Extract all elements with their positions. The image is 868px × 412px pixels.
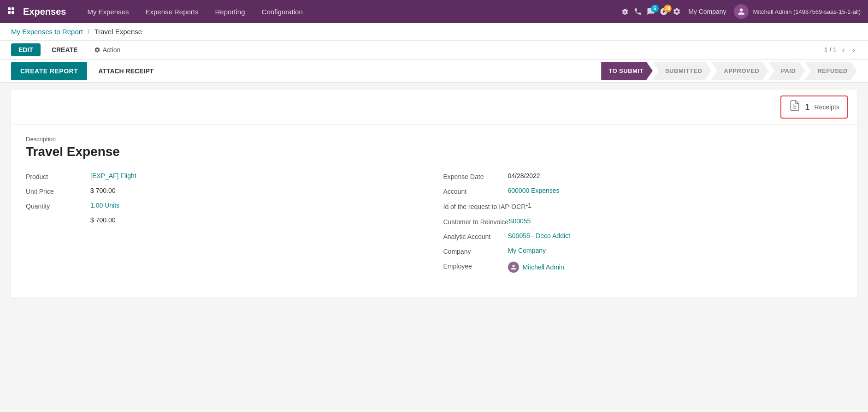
receipts-label: Receipts xyxy=(815,103,839,111)
quantity-label: Quantity xyxy=(26,202,90,210)
iap-ocr-value: -1 xyxy=(526,202,531,209)
status-bar: CREATE REPORT ATTACH RECEIPT TO SUBMIT S… xyxy=(0,60,868,83)
menu-expense-reports[interactable]: Expense Reports xyxy=(137,0,207,23)
breadcrumb: My Expenses to Report / Travel Expense xyxy=(0,23,868,41)
form-content: Description Travel Expense Product [EXP_… xyxy=(11,125,857,298)
stage-to-submit[interactable]: TO SUBMIT xyxy=(601,62,653,80)
receipt-doc-icon xyxy=(789,99,801,115)
gear-icon xyxy=(94,47,100,53)
chat-icon-btn[interactable]: 5 xyxy=(647,7,655,16)
action-bar: EDIT CREATE Action 1 / 1 ‹ › xyxy=(0,41,868,60)
action-label: Action xyxy=(102,46,120,54)
app-name: Expenses xyxy=(23,6,66,17)
breadcrumb-parent-link[interactable]: My Expenses to Report xyxy=(11,28,83,36)
employee-row: Employee Mitchell Admin xyxy=(443,262,843,273)
company-row: Company My Company xyxy=(443,247,843,255)
svg-rect-2 xyxy=(8,11,11,14)
customer-reinvoice-row: Customer to Reinvoice S00055 xyxy=(443,217,843,226)
create-button[interactable]: CREATE xyxy=(44,43,85,56)
breadcrumb-separator: / xyxy=(88,28,89,36)
product-row: Product [EXP_AF] Flight xyxy=(26,172,425,180)
account-value[interactable]: 600000 Expenses xyxy=(508,187,560,194)
expense-title: Travel Expense xyxy=(26,144,842,159)
form-grid: Product [EXP_AF] Flight Unit Price $ 700… xyxy=(26,172,842,279)
menu-reporting[interactable]: Reporting xyxy=(207,0,254,23)
expense-date-row: Expense Date 04/28/2022 xyxy=(443,172,843,180)
total-label xyxy=(26,216,90,217)
phone-icon-btn[interactable] xyxy=(634,7,642,16)
stage-approved[interactable]: APPROVED xyxy=(711,62,768,80)
settings-icon-btn[interactable] xyxy=(673,7,681,16)
chat-badge: 5 xyxy=(651,5,659,12)
menu-configuration[interactable]: Configuration xyxy=(254,0,311,23)
quantity-value[interactable]: 1.00 Units xyxy=(90,202,119,209)
main-content: 1 Receipts Description Travel Expense Pr… xyxy=(0,83,868,305)
updates-icon-btn[interactable]: 29 xyxy=(660,7,668,16)
company-label: Company xyxy=(443,247,508,255)
quantity-row: Quantity 1.00 Units xyxy=(26,202,425,210)
svg-rect-1 xyxy=(12,7,14,10)
username: Mitchell Admin (14987569-saas-15-1-all) xyxy=(753,8,861,15)
receipts-button[interactable]: 1 Receipts xyxy=(780,96,848,119)
expense-date-label: Expense Date xyxy=(443,172,508,180)
action-button[interactable]: Action xyxy=(89,43,126,56)
svg-rect-0 xyxy=(8,7,11,10)
iap-ocr-row: Id of the request to IAP-OCR -1 xyxy=(443,202,843,211)
menu-my-expenses[interactable]: My Expenses xyxy=(79,0,137,23)
create-report-button[interactable]: CREATE REPORT xyxy=(11,62,87,80)
total-row: $ 700.00 xyxy=(26,216,425,224)
pagination: 1 / 1 ‹ › xyxy=(824,45,857,55)
total-value: $ 700.00 xyxy=(90,216,116,224)
company-name: My Company xyxy=(688,8,726,15)
employee-value[interactable]: Mitchell Admin xyxy=(523,263,564,271)
customer-reinvoice-value[interactable]: S00055 xyxy=(508,217,531,225)
receipts-count: 1 xyxy=(805,102,810,112)
pagination-text: 1 / 1 xyxy=(824,46,837,54)
topnav-right-area: 5 29 My Company Mitchell Admin (14987569… xyxy=(621,4,861,19)
product-value[interactable]: [EXP_AF] Flight xyxy=(90,172,136,179)
avatar[interactable] xyxy=(734,4,749,19)
unit-price-value: $ 700.00 xyxy=(90,187,116,194)
employee-label: Employee xyxy=(443,262,508,270)
account-row: Account 600000 Expenses xyxy=(443,187,843,195)
svg-rect-3 xyxy=(12,11,14,14)
company-value[interactable]: My Company xyxy=(508,247,546,254)
iap-ocr-label: Id of the request to IAP-OCR xyxy=(443,202,526,211)
employee-avatar xyxy=(508,262,519,273)
main-menu: My Expenses Expense Reports Reporting Co… xyxy=(79,0,621,23)
updates-badge: 29 xyxy=(664,5,672,12)
analytic-account-label: Analytic Account xyxy=(443,232,508,240)
pagination-prev[interactable]: ‹ xyxy=(840,45,847,55)
expense-date-value: 04/28/2022 xyxy=(508,172,540,179)
stage-paid[interactable]: PAID xyxy=(768,62,805,80)
analytic-account-row: Analytic Account S00055 - Deco Addict xyxy=(443,232,843,240)
account-label: Account xyxy=(443,187,508,195)
form-left-section: Product [EXP_AF] Flight Unit Price $ 700… xyxy=(26,172,425,279)
breadcrumb-current: Travel Expense xyxy=(94,28,142,36)
customer-reinvoice-label: Customer to Reinvoice xyxy=(443,217,509,226)
analytic-account-value[interactable]: S00055 - Deco Addict xyxy=(508,232,570,239)
unit-price-label: Unit Price xyxy=(26,187,90,195)
bug-icon-btn[interactable] xyxy=(621,7,629,16)
stage-submitted[interactable]: SUBMITTED xyxy=(652,62,711,80)
content-card: 1 Receipts Description Travel Expense Pr… xyxy=(11,90,857,298)
form-right-section: Expense Date 04/28/2022 Account 600000 E… xyxy=(443,172,843,279)
top-navigation: Expenses My Expenses Expense Reports Rep… xyxy=(0,0,868,23)
unit-price-row: Unit Price $ 700.00 xyxy=(26,187,425,195)
edit-button[interactable]: EDIT xyxy=(11,43,41,56)
grid-menu-icon[interactable] xyxy=(7,7,17,16)
description-label: Description xyxy=(26,136,842,143)
stage-refused[interactable]: REFUSED xyxy=(804,62,857,80)
workflow-stages: TO SUBMIT SUBMITTED APPROVED PAID REFUSE… xyxy=(602,62,857,80)
receipts-row: 1 Receipts xyxy=(11,90,857,125)
pagination-next[interactable]: › xyxy=(850,45,857,55)
product-label: Product xyxy=(26,172,90,180)
attach-receipt-button[interactable]: ATTACH RECEIPT xyxy=(91,62,161,80)
